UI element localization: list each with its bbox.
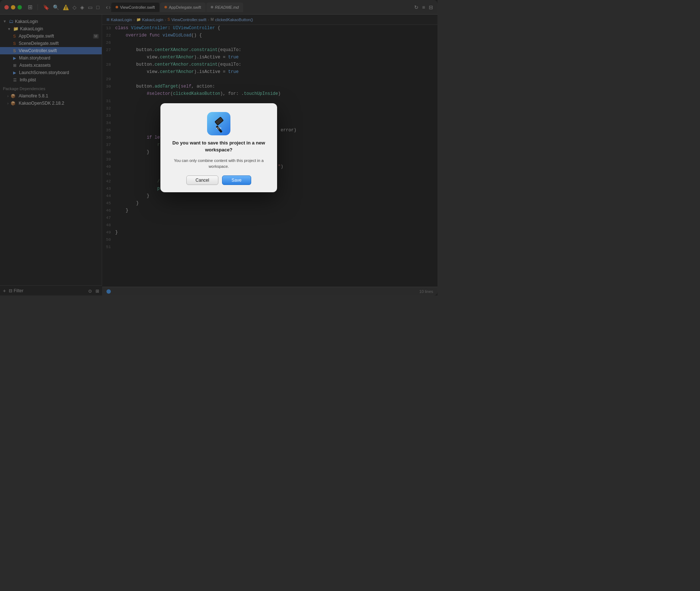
- save-button[interactable]: Save: [222, 175, 251, 185]
- modal-overlay: </> Do you want to save this project in …: [0, 0, 438, 296]
- dialog-buttons: Cancel Save: [169, 175, 268, 185]
- svg-text:</>: </>: [216, 126, 222, 130]
- cancel-button[interactable]: Cancel: [186, 175, 218, 185]
- dialog-message: You can only combine content with this p…: [169, 158, 268, 170]
- xcode-app-icon: </>: [207, 112, 230, 135]
- save-workspace-dialog: </> Do you want to save this project in …: [160, 103, 277, 192]
- dialog-title: Do you want to save this project in a ne…: [169, 140, 268, 153]
- xcode-window: ⊞ 🔖 🔍 ⚠️ ◇ ◈ ▭ □ ‹ › ViewController.swif…: [0, 0, 438, 296]
